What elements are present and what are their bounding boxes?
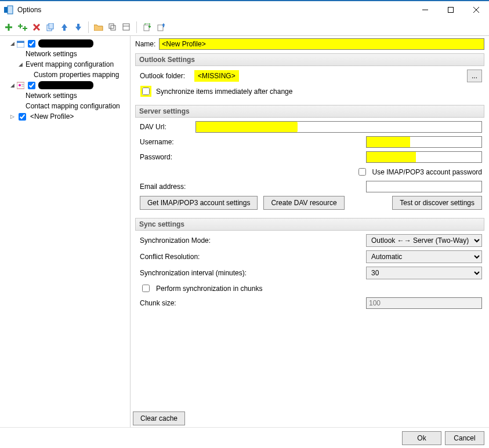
server-settings-header: Server settings <box>135 105 484 118</box>
svg-rect-19 <box>77 24 79 27</box>
sync-mode-label: Synchronization Mode: <box>140 236 361 245</box>
sync-mode-select[interactable]: Outlook ←→ Server (Two-Way) <box>366 234 482 247</box>
tree-item-profile-calendar[interactable]: ◢ <box>9 38 130 49</box>
tree-item-network-settings[interactable]: Network settings <box>17 90 130 101</box>
window-title: Options <box>17 6 41 14</box>
expand-toggle-icon[interactable]: ▷ <box>9 114 15 119</box>
svg-marker-18 <box>75 27 81 31</box>
svg-marker-20 <box>94 25 103 31</box>
toolbar-separator <box>88 21 89 33</box>
svg-point-32 <box>19 84 21 86</box>
add-profile-icon[interactable] <box>2 21 15 34</box>
svg-rect-1 <box>8 6 13 14</box>
profile-active-checkbox[interactable] <box>19 113 26 121</box>
delete-icon[interactable] <box>30 21 43 34</box>
highlight-annotation <box>196 122 298 132</box>
options-window: Options ◢ <box>0 0 489 448</box>
titlebar: Options <box>0 1 489 19</box>
sync-immediately-label: Synchronize items immediately after chan… <box>156 88 292 96</box>
name-label: Name: <box>135 40 155 48</box>
import-profiles-icon[interactable] <box>154 21 167 34</box>
sync-interval-label: Synchronization interval (minutes): <box>140 269 361 277</box>
open-data-folder-icon[interactable] <box>92 21 105 34</box>
minimize-button[interactable] <box>412 1 438 19</box>
svg-rect-23 <box>123 24 129 30</box>
svg-rect-21 <box>109 24 114 28</box>
tree-item-custom-properties-mapping[interactable]: Custom properties mapping <box>26 70 130 80</box>
get-imap-settings-button[interactable]: Get IMAP/POP3 account settings <box>140 196 258 210</box>
sync-interval-select[interactable]: 30 <box>366 267 482 279</box>
highlight-annotation <box>367 152 416 162</box>
chunk-size-input <box>366 297 482 309</box>
email-address-input[interactable] <box>366 181 482 192</box>
svg-rect-15 <box>49 23 53 29</box>
conflict-resolution-select[interactable]: Automatic <box>366 250 482 263</box>
svg-rect-27 <box>158 25 163 31</box>
conflict-resolution-label: Conflict Resolution: <box>140 253 361 261</box>
sync-in-chunks-checkbox[interactable] <box>142 285 150 292</box>
move-up-icon[interactable] <box>58 21 71 34</box>
sync-in-chunks-label: Perform synchronization in chunks <box>156 285 262 293</box>
contact-icon <box>16 81 24 89</box>
cancel-button[interactable]: Cancel <box>445 431 484 445</box>
use-imap-password-checkbox[interactable] <box>358 168 366 176</box>
expand-toggle-icon[interactable]: ◢ <box>17 61 23 67</box>
use-imap-password-label: Use IMAP/POP3 account password <box>372 168 482 176</box>
username-label: Username: <box>140 138 191 146</box>
profile-active-checkbox[interactable] <box>28 82 35 89</box>
svg-rect-3 <box>448 8 454 13</box>
tree-item-new-profile[interactable]: ▷ <New Profile> <box>9 111 130 122</box>
profile-tree[interactable]: ◢ Network settings ◢ Eve <box>0 36 131 427</box>
svg-rect-33 <box>21 84 24 85</box>
svg-rect-22 <box>111 26 115 30</box>
svg-rect-30 <box>17 41 24 43</box>
tree-item-network-settings[interactable]: Network settings <box>17 49 130 59</box>
svg-rect-17 <box>63 28 66 31</box>
close-button[interactable] <box>463 1 489 19</box>
email-address-label: Email address: <box>140 183 191 191</box>
collapse-all-icon[interactable] <box>106 21 119 34</box>
profile-form: Name: Outlook Settings Outlook folder: <… <box>131 36 489 427</box>
highlight-annotation <box>367 137 410 147</box>
test-settings-button[interactable]: Test or discover settings <box>392 196 482 210</box>
outlook-settings-header: Outlook Settings <box>135 53 484 66</box>
copy-icon[interactable] <box>44 21 57 34</box>
profile-active-checkbox[interactable] <box>28 40 35 48</box>
name-input[interactable] <box>159 38 484 50</box>
expand-all-icon[interactable] <box>120 21 133 34</box>
toolbar-separator <box>136 21 137 33</box>
chunk-size-label: Chunk size: <box>140 299 361 307</box>
password-label: Password: <box>140 153 191 161</box>
clear-cache-button[interactable]: Clear cache <box>133 411 185 425</box>
move-down-icon[interactable] <box>72 21 85 34</box>
tree-item-event-mapping[interactable]: ◢ Event mapping configuration <box>17 59 130 70</box>
browse-folder-button[interactable]: ... <box>467 70 482 82</box>
redacted-profile-name <box>38 81 93 89</box>
sync-immediately-checkbox[interactable] <box>142 88 150 95</box>
create-dav-resource-button[interactable]: Create DAV resource <box>263 196 344 210</box>
outlook-folder-value: <MISSING> <box>195 71 238 81</box>
svg-rect-25 <box>144 25 149 31</box>
svg-rect-34 <box>21 86 24 86</box>
export-profiles-icon[interactable] <box>140 21 153 34</box>
calendar-icon <box>16 39 24 48</box>
outlook-folder-label: Outlook folder: <box>140 72 191 80</box>
expand-toggle-icon[interactable]: ◢ <box>9 82 15 88</box>
toolbar <box>0 19 489 36</box>
app-icon <box>3 5 14 15</box>
maximize-button[interactable] <box>438 1 463 19</box>
add-multiple-icon[interactable] <box>16 21 29 34</box>
tree-item-profile-contact[interactable]: ◢ <box>9 80 130 90</box>
sync-settings-header: Sync settings <box>135 218 484 231</box>
ok-button[interactable]: Ok <box>402 431 441 445</box>
svg-marker-28 <box>162 23 165 26</box>
dav-url-label: DAV Url: <box>140 123 191 131</box>
tree-item-contact-mapping[interactable]: Contact mapping configuration <box>17 101 130 111</box>
svg-marker-16 <box>61 24 67 28</box>
dialog-footer: Ok Cancel <box>0 427 489 448</box>
redacted-profile-name <box>38 39 93 48</box>
expand-toggle-icon[interactable]: ◢ <box>9 41 15 46</box>
